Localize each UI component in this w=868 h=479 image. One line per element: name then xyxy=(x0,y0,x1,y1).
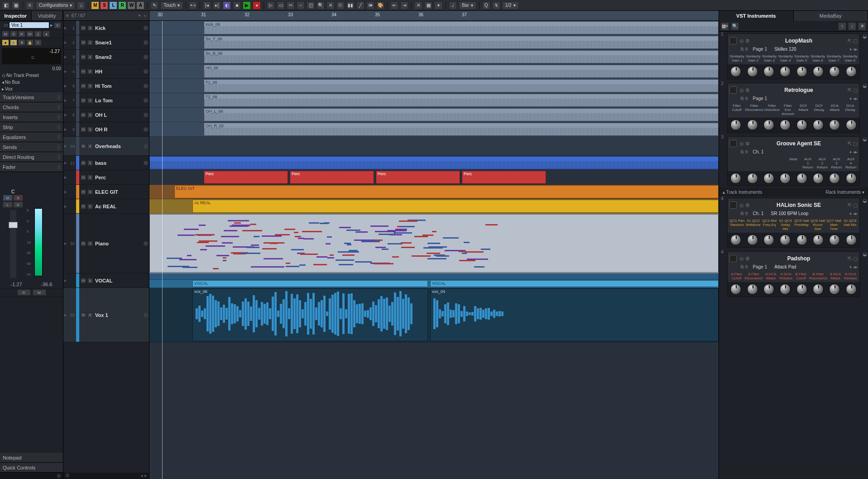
expand-icon[interactable]: ⇱ ▢ xyxy=(848,38,858,44)
qc-knob[interactable] xyxy=(829,120,840,130)
qc-knob[interactable] xyxy=(846,120,857,130)
qc-knob[interactable] xyxy=(846,284,857,295)
audio-clip[interactable]: OH_R_02 xyxy=(204,123,719,136)
instrument-name[interactable]: Groove Agent SE xyxy=(753,140,845,147)
solo-button[interactable]: s xyxy=(87,144,93,149)
fader-mute[interactable]: M xyxy=(3,195,13,201)
range-tool-icon[interactable]: ▭ xyxy=(277,1,285,10)
track-row[interactable]: ▸7 ms Lo Tom xyxy=(63,93,149,108)
mute-button[interactable]: m xyxy=(81,112,86,118)
tab-mediabay[interactable]: MediaBay xyxy=(794,11,868,21)
divider-rack[interactable]: Rack Instruments ▾ xyxy=(825,190,864,195)
instrument-name[interactable]: HALion Sonic SE xyxy=(753,202,845,208)
audio-clip[interactable]: Ac REAL xyxy=(192,200,719,213)
collapse-icon[interactable]: ◒ xyxy=(863,34,867,39)
solo-button[interactable]: s xyxy=(87,83,93,89)
qc-knob[interactable] xyxy=(730,173,741,184)
channel-fader[interactable] xyxy=(10,210,16,278)
folder-mute[interactable]: m xyxy=(81,175,86,180)
solo-button[interactable]: s xyxy=(87,69,93,74)
playhead[interactable] xyxy=(162,21,163,479)
insp-lock-icon[interactable]: 🔒 xyxy=(26,39,34,46)
state-s-button[interactable]: S xyxy=(100,1,108,10)
power-icon[interactable] xyxy=(729,140,737,147)
qc-knob[interactable] xyxy=(763,120,774,130)
qc-knob[interactable] xyxy=(747,120,758,130)
qc-knob[interactable] xyxy=(780,120,791,130)
mute-button[interactable]: m xyxy=(81,25,86,31)
pan-display[interactable]: -1.27 C xyxy=(2,48,61,64)
fader-write[interactable]: W xyxy=(33,289,46,296)
snap-toggle-icon[interactable]: ✕ xyxy=(414,1,422,10)
section-trackversions[interactable]: TrackVersions▯ xyxy=(0,92,63,102)
play-button[interactable]: ▶ xyxy=(243,1,251,10)
record-enable[interactable] xyxy=(144,161,148,165)
folder-solo[interactable]: s xyxy=(87,175,93,180)
qc-knob[interactable] xyxy=(730,66,741,77)
edit-channel-icon[interactable]: e xyxy=(54,22,61,29)
collapse-icon[interactable]: ◒ xyxy=(863,198,867,204)
track-row[interactable]: ▸ ms Ac REAL xyxy=(63,199,149,214)
track-row[interactable]: ▸33 ms Vox 1 xyxy=(63,288,149,342)
find-instrument-icon[interactable]: 🔍 xyxy=(731,22,739,30)
expand-icon[interactable]: ⇱ ▢ xyxy=(848,87,858,93)
line-tool-icon[interactable]: ╱ xyxy=(356,1,364,10)
state-a-button[interactable]: A xyxy=(136,1,144,10)
record-enable[interactable] xyxy=(144,313,148,317)
track-row[interactable]: ▸11 ms bass xyxy=(63,156,149,170)
quantize-select[interactable]: 1/2▾ xyxy=(502,1,519,10)
audio-clip[interactable]: vox_04 xyxy=(430,288,719,341)
qc-knob[interactable] xyxy=(796,173,807,184)
tracklist-settings-icon[interactable]: ⚙ xyxy=(65,473,70,479)
insp-btn-m[interactable]: M xyxy=(2,31,9,37)
home-icon[interactable]: ⌂ xyxy=(77,1,85,10)
solo-button[interactable]: s xyxy=(87,312,93,318)
preset-name[interactable]: Attack Pad xyxy=(774,264,848,269)
solo-button[interactable]: s xyxy=(87,98,93,103)
autoscroll-toggle-icon[interactable]: •⇢ xyxy=(189,1,197,10)
track-row[interactable]: ▸9 ms OH R xyxy=(63,122,149,137)
expand-icon[interactable]: ⇱ ▢ xyxy=(848,256,858,262)
qc-knob[interactable] xyxy=(730,120,741,130)
audio-clip[interactable]: ELEC GIT xyxy=(174,185,719,198)
solo-button[interactable]: s xyxy=(87,127,93,132)
mute-button[interactable]: m xyxy=(81,69,86,74)
fader-read[interactable]: R xyxy=(17,289,31,296)
mute-button[interactable]: m xyxy=(81,127,86,132)
solo-button[interactable]: s xyxy=(87,54,93,60)
instrument-name[interactable]: LoopMash xyxy=(753,38,845,44)
audio-clip[interactable]: Kick_08 xyxy=(204,21,719,34)
solo-button[interactable]: s xyxy=(87,112,93,118)
config-list-icon[interactable]: ≡ xyxy=(26,1,34,10)
mute-button[interactable]: m xyxy=(81,98,86,103)
qc-knob[interactable] xyxy=(813,120,824,130)
section-inserts[interactable]: Inserts▯ xyxy=(0,112,63,122)
goto-start-icon[interactable]: |◂ xyxy=(203,1,211,10)
folder-mute[interactable]: m xyxy=(81,204,86,209)
insp-freeze-icon[interactable]: ❄ xyxy=(18,39,25,46)
scissors-tool-icon[interactable]: ✂ xyxy=(287,1,295,10)
settings-icon[interactable]: ☀ xyxy=(858,22,866,30)
qc-knob[interactable] xyxy=(846,235,857,245)
insp-btn-◂[interactable]: ◂ xyxy=(43,31,50,37)
quantize-apply-icon[interactable]: Q xyxy=(482,1,490,10)
record-enable[interactable] xyxy=(144,40,148,45)
fader-edit[interactable]: E xyxy=(13,201,23,208)
collapse-icon[interactable]: ◒ xyxy=(863,136,867,142)
cycle-icon[interactable]: ◐ xyxy=(223,1,231,10)
qc-knob[interactable] xyxy=(730,235,741,245)
record-enable[interactable] xyxy=(144,84,148,88)
folder-solo[interactable]: s xyxy=(87,189,93,195)
record-enable[interactable] xyxy=(144,69,148,74)
add-track-icon[interactable]: + xyxy=(138,13,141,18)
insp-btn-s[interactable]: S xyxy=(10,31,17,37)
track-preset[interactable]: No Track Preset xyxy=(6,73,39,78)
insp-btn-r[interactable]: R xyxy=(18,31,25,37)
pointer-tool-icon[interactable]: ▷ xyxy=(267,1,275,10)
track-row[interactable]: ▸ ms ELEC GIT xyxy=(63,185,149,199)
qc-knob[interactable] xyxy=(747,173,758,184)
solo-button[interactable]: s xyxy=(87,25,93,31)
timeline-ruler[interactable]: 3031323334353637 xyxy=(149,11,719,21)
section-chords[interactable]: Chords▯ xyxy=(0,102,63,112)
nudge-right-icon[interactable]: ⇥ xyxy=(400,1,408,10)
